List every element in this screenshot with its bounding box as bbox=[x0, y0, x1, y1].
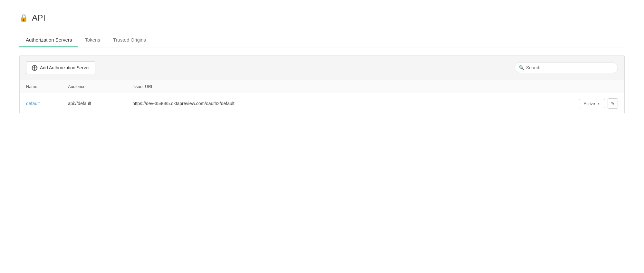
page-title: API bbox=[32, 13, 45, 23]
tab-authorization-servers[interactable]: Authorization Servers bbox=[19, 33, 78, 47]
table-header: Name Audience Issuer URI bbox=[20, 80, 624, 93]
search-icon: 🔍 bbox=[519, 65, 524, 70]
column-header-name: Name bbox=[20, 80, 62, 93]
plus-icon: ⨁ bbox=[32, 64, 37, 71]
table-body: default api://default https://dev-354685… bbox=[20, 93, 624, 114]
content-panel: ⨁ Add Authorization Server 🔍 Name Audien… bbox=[19, 55, 625, 114]
column-header-issuer-uri: Issuer URI bbox=[126, 80, 572, 93]
column-header-actions bbox=[572, 80, 624, 93]
search-container: 🔍 bbox=[515, 62, 618, 73]
pencil-icon: ✎ bbox=[611, 101, 615, 106]
cell-issuer-uri: https://dev-354685.oktapreview.com/oauth… bbox=[126, 93, 572, 114]
server-name-link[interactable]: default bbox=[26, 101, 40, 106]
add-button-label: Add Authorization Server bbox=[40, 65, 90, 70]
authorization-servers-table: Name Audience Issuer URI default api://d… bbox=[20, 80, 624, 114]
add-authorization-server-button[interactable]: ⨁ Add Authorization Server bbox=[26, 61, 95, 74]
toolbar: ⨁ Add Authorization Server 🔍 bbox=[20, 55, 624, 80]
status-button[interactable]: Active ▼ bbox=[579, 99, 605, 108]
tabs-container: Authorization Servers Tokens Trusted Ori… bbox=[19, 33, 625, 47]
lock-icon: 🔒 bbox=[19, 14, 28, 22]
column-header-audience: Audience bbox=[62, 80, 126, 93]
search-input[interactable] bbox=[515, 62, 618, 73]
row-actions: Active ▼ ✎ bbox=[579, 98, 618, 109]
cell-actions: Active ▼ ✎ bbox=[572, 93, 624, 114]
cell-audience: api://default bbox=[62, 93, 126, 114]
cell-name: default bbox=[20, 93, 62, 114]
page-container: 🔒 API Authorization Servers Tokens Trust… bbox=[0, 0, 644, 127]
edit-button[interactable]: ✎ bbox=[608, 98, 618, 109]
table-row: default api://default https://dev-354685… bbox=[20, 93, 624, 114]
chevron-down-icon: ▼ bbox=[597, 102, 600, 105]
status-label: Active bbox=[584, 101, 595, 106]
page-header: 🔒 API bbox=[19, 13, 625, 23]
tab-tokens[interactable]: Tokens bbox=[78, 33, 107, 47]
tab-trusted-origins[interactable]: Trusted Origins bbox=[107, 33, 152, 47]
